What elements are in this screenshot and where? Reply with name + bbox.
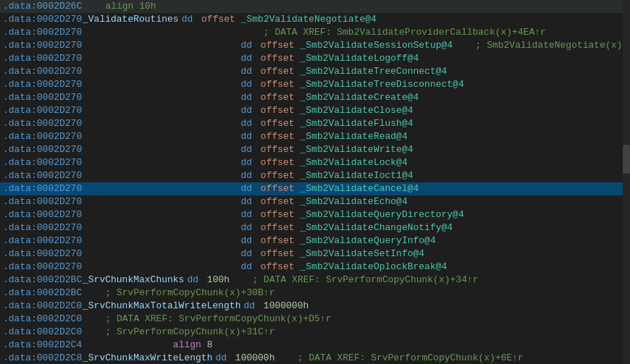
function-name: _Smb2ValidateSetInfo@4 [300, 247, 424, 261]
operand-number: 100h [207, 274, 230, 287]
scrollbar-thumb[interactable] [623, 145, 630, 174]
offset-keyword: offset [261, 221, 295, 234]
code-line[interactable]: .data:0002D2BC_SrvChunkMaxChunksdd 100h … [0, 274, 630, 287]
indent [83, 182, 240, 195]
code-line[interactable]: .data:0002D270 dd offset _Smb2ValidateOp… [0, 261, 630, 274]
code-line[interactable]: .data:0002D270 dd offset _Smb2ValidateLo… [0, 52, 630, 65]
code-line[interactable]: .data:0002D270 dd offset _Smb2ValidateLo… [0, 156, 630, 169]
code-line[interactable]: .data:0002D270 ; DATA XREF: Smb2Validate… [0, 26, 630, 39]
code-line[interactable]: .data:0002D2C0 ; SrvPerformCopyChunk(x)+… [0, 326, 630, 339]
comment: ; Smb2ValidateNegotiate(x) ... [458, 39, 630, 52]
mnemonic: dd [240, 182, 252, 195]
code-line[interactable]: .data:0002D270 dd offset _Smb2ValidateEc… [0, 195, 630, 208]
indent [83, 130, 240, 143]
scrollbar-vertical[interactable] [623, 0, 630, 364]
offset-keyword: offset [261, 78, 295, 91]
mnemonic: dd [240, 52, 252, 65]
mnemonic: dd [240, 65, 252, 78]
mnemonic: dd [243, 300, 255, 313]
code-line[interactable]: .data:0002D2BC ; SrvPerformCopyChunk(x)+… [0, 287, 630, 300]
comment: ; DATA XREF: SrvPerformCopyChunk(x)+34↑r [235, 274, 478, 287]
code-line[interactable]: .data:0002D270 dd offset _Smb2ValidateQu… [0, 234, 630, 247]
address: .data:0002D270 [3, 182, 83, 195]
comment: ; SrvPerformCopyChunk(x)+31C↑r [88, 326, 274, 339]
indent [83, 208, 240, 221]
address: .data:0002D270 [3, 39, 83, 52]
code-line[interactable]: .data:0002D270 dd offset _Smb2ValidateIo… [0, 169, 630, 182]
indent [83, 91, 240, 104]
function-name: _Smb2ValidateTreeDisconnect@4 [300, 78, 463, 91]
function-name: _Smb2ValidateNegotiate@4 [241, 13, 377, 26]
indent [83, 261, 240, 274]
code-line[interactable]: .data:0002D2C0_SrvChunkMaxTotalWriteLeng… [0, 300, 630, 313]
address: .data:0002D270 [3, 13, 83, 26]
mnemonic: dd [240, 104, 252, 117]
address: .data:0002D270 [3, 156, 83, 169]
comment: ; DATA XREF: SrvPerformCopyChunk(x)+6E↑r [280, 352, 523, 364]
function-name: _Smb2ValidateRead@4 [300, 130, 407, 143]
indent [83, 195, 240, 208]
code-line[interactable]: .data:0002D2C4 align 8 [0, 339, 630, 352]
mnemonic: dd [215, 352, 227, 364]
mnemonic: dd [240, 156, 252, 169]
code-line[interactable]: .data:0002D270 dd offset _Smb2ValidateSe… [0, 39, 630, 52]
mnemonic: dd [240, 39, 252, 52]
address: .data:0002D270 [3, 234, 83, 247]
code-line[interactable]: .data:0002D270_ValidateRoutinesdd offset… [0, 13, 630, 26]
mnemonic: dd [182, 13, 193, 26]
function-name: _Smb2ValidateTreeConnect@4 [300, 65, 447, 78]
offset-keyword: offset [261, 117, 295, 130]
function-name: _Smb2ValidateQueryDirectory@4 [300, 208, 463, 221]
code-line[interactable]: .data:0002D270 dd offset _Smb2ValidateQu… [0, 208, 630, 221]
align-value: 8 [207, 339, 213, 352]
address: .data:0002D2BC [3, 274, 83, 287]
address: .data:0002D270 [3, 65, 83, 78]
function-name: _Smb2ValidateCreate@4 [300, 91, 419, 104]
indent [83, 65, 240, 78]
function-name: _Smb2ValidateCancel@4 [300, 182, 419, 195]
address: .data:0002D2C0 [3, 326, 83, 339]
code-line[interactable]: .data:0002D270 dd offset _Smb2ValidateTr… [0, 65, 630, 78]
indent [83, 169, 240, 182]
indent [83, 247, 240, 261]
address: .data:0002D270 [3, 261, 83, 274]
comment: align 10h [88, 0, 156, 13]
address: .data:0002D26C [3, 0, 83, 13]
function-name: _Smb2ValidateLock@4 [300, 156, 407, 169]
address: .data:0002D2C4 [3, 339, 83, 352]
function-name: _Smb2ValidateQueryInfo@4 [300, 234, 435, 247]
code-line[interactable]: .data:0002D270 dd offset _Smb2ValidateFl… [0, 117, 630, 130]
code-line[interactable]: .data:0002D270 dd offset _Smb2ValidateSe… [0, 247, 630, 261]
comment: ; DATA XREF: SrvPerformCopyChunk(x)+D5↑r [88, 313, 331, 326]
code-line[interactable]: .data:0002D270 dd offset _Smb2ValidateTr… [0, 78, 630, 91]
offset-keyword: offset [261, 208, 295, 221]
code-line[interactable]: .data:0002D26C align 10h [0, 0, 630, 13]
indent [83, 221, 240, 234]
label: _SrvChunkMaxTotalWriteLength [83, 300, 240, 313]
align-indent [83, 339, 173, 352]
code-line[interactable]: .data:0002D2C0 ; DATA XREF: SrvPerformCo… [0, 313, 630, 326]
indent [83, 39, 240, 52]
code-line[interactable]: .data:0002D270 dd offset _Smb2ValidateCa… [0, 182, 630, 195]
address: .data:0002D270 [3, 195, 83, 208]
code-line[interactable]: .data:0002D270 dd offset _Smb2ValidateWr… [0, 143, 630, 156]
code-line[interactable]: .data:0002D270 dd offset _Smb2ValidateCr… [0, 91, 630, 104]
address: .data:0002D270 [3, 247, 83, 261]
offset-keyword: offset [261, 143, 295, 156]
address: .data:0002D270 [3, 104, 83, 117]
label: _ValidateRoutines [83, 13, 179, 26]
offset-keyword: offset [261, 91, 295, 104]
offset-keyword: offset [261, 52, 295, 65]
code-line[interactable]: .data:0002D270 dd offset _Smb2ValidateCl… [0, 104, 630, 117]
function-name: _Smb2ValidateSessionSetup@4 [300, 39, 453, 52]
code-line[interactable]: .data:0002D270 dd offset _Smb2ValidateRe… [0, 130, 630, 143]
offset-keyword: offset [261, 234, 295, 247]
offset-keyword: offset [261, 182, 295, 195]
code-line[interactable]: .data:0002D2C8_SrvChunkMaxWriteLengthdd … [0, 352, 630, 364]
label: _SrvChunkMaxWriteLength [83, 352, 212, 364]
address: .data:0002D270 [3, 169, 83, 182]
code-line[interactable]: .data:0002D270 dd offset _Smb2ValidateCh… [0, 221, 630, 234]
offset-keyword: offset [261, 261, 295, 274]
indent [83, 104, 240, 117]
offset-keyword: offset [261, 169, 295, 182]
